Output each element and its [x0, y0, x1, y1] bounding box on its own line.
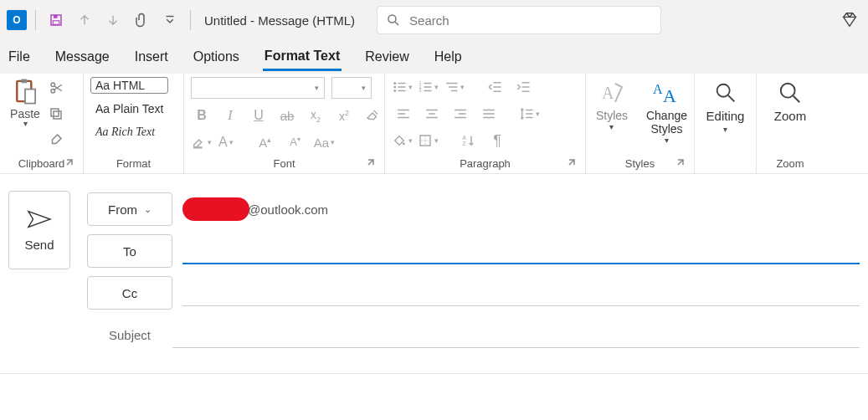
italic-button[interactable]: I [219, 105, 241, 125]
grow-font-button[interactable]: A▴ [254, 132, 277, 152]
font-size-combo[interactable]: ▾ [331, 77, 372, 99]
shrink-font-button[interactable]: A▾ [284, 132, 307, 152]
font-name-combo[interactable]: ▾ [191, 77, 325, 99]
highlight-icon [191, 135, 206, 150]
tab-options[interactable]: Options [192, 44, 241, 69]
format-html-button[interactable]: Aa HTML [90, 77, 168, 94]
editing-button[interactable]: Editing ▾ [701, 77, 749, 134]
cut-button[interactable] [49, 80, 64, 98]
paste-button[interactable]: Paste ▾ [7, 77, 44, 128]
clear-formatting-button[interactable] [362, 105, 383, 125]
chevron-down-icon: ▾ [609, 122, 614, 131]
strike-button[interactable]: ab [276, 105, 298, 125]
justify-button[interactable] [477, 104, 501, 124]
change-styles-icon: A A [653, 79, 680, 105]
subject-input[interactable] [172, 321, 860, 348]
chevron-down-icon: ▾ [460, 83, 465, 91]
from-value: @outlook.com [182, 197, 328, 221]
change-styles-button[interactable]: A A Change Styles ▾ [646, 79, 687, 145]
align-right-button[interactable] [449, 104, 472, 124]
bold-icon: B [197, 108, 207, 123]
numbering-button[interactable]: 123▾ [418, 79, 439, 95]
undo-button[interactable] [73, 8, 96, 32]
svg-line-60 [727, 95, 734, 102]
align-center-button[interactable] [420, 104, 444, 124]
bold-button[interactable]: B [191, 105, 213, 125]
qat-customize-button[interactable] [158, 8, 182, 32]
group-format: Aa HTML Aa Plain Text Aa Rich Text Forma… [84, 74, 184, 173]
format-html-label: Aa HTML [95, 79, 145, 92]
save-icon [49, 13, 64, 28]
dialog-launcher-font[interactable] [366, 158, 378, 170]
align-left-button[interactable] [392, 104, 415, 124]
change-case-button[interactable]: Aa ▾ [314, 136, 335, 150]
subscript-button[interactable]: x2 [305, 105, 326, 125]
premium-button[interactable] [838, 8, 861, 32]
search-input[interactable]: Search [377, 6, 661, 34]
send-button[interactable]: Send [8, 191, 70, 269]
strike-icon: ab [280, 109, 295, 123]
app-icon: O [7, 10, 27, 30]
tab-format-text[interactable]: Format Text [263, 44, 342, 71]
show-marks-button[interactable]: ¶ [485, 131, 509, 151]
tab-help[interactable]: Help [433, 44, 464, 69]
cc-button[interactable]: Cc [87, 276, 172, 310]
borders-button[interactable]: ▾ [418, 133, 439, 148]
format-plain-button[interactable]: Aa Plain Text [90, 100, 168, 117]
ribbon-tabs: File Message Insert Options Format Text … [0, 40, 868, 74]
dialog-launcher-paragraph[interactable] [567, 158, 578, 170]
shading-button[interactable]: ▾ [392, 133, 413, 148]
shrink-font-icon: A▾ [290, 136, 300, 148]
svg-rect-11 [54, 111, 61, 119]
tab-review[interactable]: Review [363, 44, 410, 69]
svg-point-18 [393, 90, 396, 92]
subscript-icon: x2 [311, 108, 321, 124]
underline-button[interactable]: U [248, 105, 270, 125]
change-case-icon: Aa [314, 136, 329, 150]
highlight-color-button[interactable]: ▾ [191, 135, 212, 150]
from-button[interactable]: From ⌄ [87, 192, 172, 226]
decrease-indent-button[interactable] [483, 77, 506, 97]
dialog-launcher-styles[interactable] [675, 158, 687, 170]
increase-indent-button[interactable] [511, 77, 535, 97]
diamond-icon [840, 11, 859, 29]
tab-insert[interactable]: Insert [133, 44, 170, 69]
compose-area: Send From ⌄ @outlook.com To Cc [0, 174, 868, 370]
group-label-format: Format [116, 157, 151, 170]
pilcrow-icon: ¶ [493, 132, 501, 150]
tab-file[interactable]: File [7, 44, 32, 69]
redo-button[interactable] [101, 8, 125, 32]
paint-bucket-icon [392, 133, 407, 148]
sort-button[interactable]: AZ [457, 131, 480, 151]
group-styles: A Styles ▾ A A Change Styles ▾ Styles [586, 74, 695, 173]
font-color-button[interactable]: A ▾ [218, 135, 234, 150]
tab-message[interactable]: Message [54, 44, 111, 69]
arrow-up-icon [77, 13, 92, 28]
attach-button[interactable] [130, 8, 153, 32]
multilevel-button[interactable]: ▾ [444, 79, 465, 95]
bullets-button[interactable]: ▾ [392, 79, 413, 95]
to-label: To [123, 244, 136, 259]
format-painter-button[interactable] [49, 132, 64, 150]
line-spacing-button[interactable]: ▾ [519, 106, 540, 121]
format-rich-button[interactable]: Aa Rich Text [90, 124, 168, 141]
change-styles-label: Change Styles [646, 109, 687, 136]
search-icon [386, 13, 401, 28]
svg-line-62 [794, 96, 800, 103]
bullets-icon [392, 79, 407, 95]
zoom-button[interactable]: Zoom [765, 77, 815, 123]
to-button[interactable]: To [87, 234, 172, 268]
superscript-button[interactable]: x2 [333, 105, 355, 125]
copy-button[interactable] [49, 106, 64, 124]
decrease-indent-icon [487, 79, 502, 95]
font-color-icon: A [218, 135, 228, 150]
styles-button[interactable]: A Styles ▾ [593, 79, 631, 131]
save-button[interactable] [44, 8, 68, 32]
send-icon [27, 209, 52, 229]
dialog-launcher-clipboard[interactable] [64, 158, 76, 170]
grow-font-icon: A▴ [259, 136, 271, 150]
svg-rect-12 [51, 109, 59, 116]
to-input[interactable] [182, 238, 860, 264]
editing-label: Editing [706, 109, 745, 123]
cc-input[interactable] [182, 279, 860, 306]
